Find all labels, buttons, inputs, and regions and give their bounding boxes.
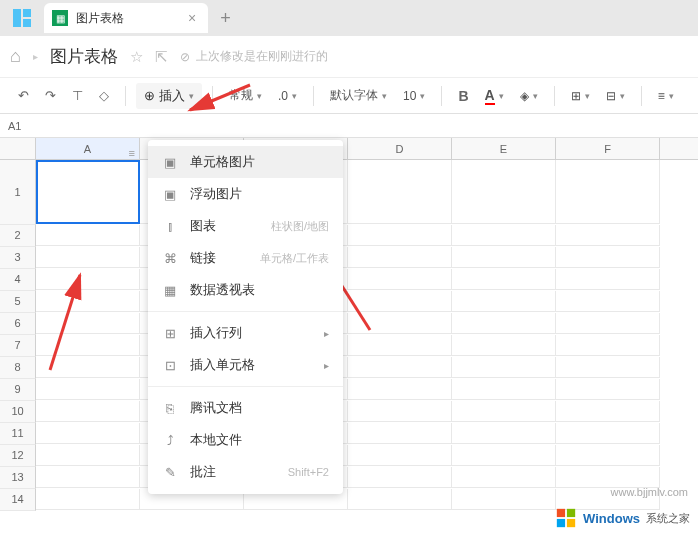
- merge-button[interactable]: ⊟ ▾: [600, 85, 631, 107]
- cell[interactable]: [36, 467, 140, 488]
- cell[interactable]: [348, 313, 452, 334]
- cell[interactable]: [556, 357, 660, 378]
- column-header[interactable]: F: [556, 138, 660, 159]
- cell[interactable]: [36, 401, 140, 422]
- style-dropdown[interactable]: 常规 ▾: [223, 83, 268, 108]
- row-header[interactable]: 5: [0, 291, 36, 313]
- clear-format-button[interactable]: ◇: [93, 84, 115, 107]
- text-color-button[interactable]: A ▾: [479, 83, 510, 109]
- row-header[interactable]: 10: [0, 401, 36, 423]
- close-tab-icon[interactable]: ×: [184, 10, 200, 26]
- row-header[interactable]: 9: [0, 379, 36, 401]
- row-header[interactable]: 13: [0, 467, 36, 489]
- cell[interactable]: [36, 291, 140, 312]
- font-size-dropdown[interactable]: 10 ▾: [397, 85, 431, 107]
- row-header[interactable]: 3: [0, 247, 36, 269]
- cell[interactable]: [452, 357, 556, 378]
- border-button[interactable]: ⊞ ▾: [565, 85, 596, 107]
- home-icon[interactable]: ⌂: [10, 46, 21, 67]
- menu-cell-image[interactable]: ▣ 单元格图片: [148, 146, 343, 178]
- row-header[interactable]: 12: [0, 445, 36, 467]
- menu-insert-cell[interactable]: ⊡ 插入单元格 ▸: [148, 349, 343, 381]
- cell[interactable]: [348, 357, 452, 378]
- menu-insert-row[interactable]: ⊞ 插入行列 ▸: [148, 317, 343, 349]
- menu-chart[interactable]: ⫿ 图表 柱状图/地图: [148, 210, 343, 242]
- cell[interactable]: [348, 423, 452, 444]
- menu-floating-image[interactable]: ▣ 浮动图片: [148, 178, 343, 210]
- folder-icon[interactable]: ⇱: [155, 48, 168, 66]
- document-tab[interactable]: ▦ 图片表格 ×: [44, 3, 208, 33]
- cell[interactable]: [452, 160, 556, 224]
- cell[interactable]: [348, 247, 452, 268]
- undo-button[interactable]: ↶: [12, 84, 35, 107]
- menu-link[interactable]: ⌘ 链接 单元格/工作表: [148, 242, 343, 274]
- insert-button[interactable]: ⊕ 插入 ▾: [136, 83, 202, 109]
- cell-a1[interactable]: [36, 160, 140, 224]
- cell[interactable]: [348, 160, 452, 224]
- cell[interactable]: [348, 379, 452, 400]
- cell[interactable]: [452, 225, 556, 246]
- cell[interactable]: [452, 291, 556, 312]
- cell[interactable]: [556, 225, 660, 246]
- cell[interactable]: [348, 401, 452, 422]
- font-dropdown[interactable]: 默认字体 ▾: [324, 83, 393, 108]
- cell[interactable]: [348, 467, 452, 488]
- new-tab-button[interactable]: +: [208, 8, 243, 29]
- cell[interactable]: [348, 335, 452, 356]
- cell[interactable]: [556, 313, 660, 334]
- cell[interactable]: [36, 247, 140, 268]
- cell[interactable]: [452, 335, 556, 356]
- row-header[interactable]: 7: [0, 335, 36, 357]
- cell[interactable]: [348, 225, 452, 246]
- name-box[interactable]: A1: [0, 114, 698, 138]
- column-header[interactable]: E: [452, 138, 556, 159]
- menu-comment[interactable]: ✎ 批注 Shift+F2: [148, 456, 343, 488]
- cell[interactable]: [556, 269, 660, 290]
- star-icon[interactable]: ☆: [130, 48, 143, 66]
- cell[interactable]: [452, 379, 556, 400]
- row-header[interactable]: 2: [0, 225, 36, 247]
- cell[interactable]: [556, 423, 660, 444]
- cell[interactable]: [556, 467, 660, 488]
- bold-button[interactable]: B: [452, 84, 474, 108]
- cell[interactable]: [556, 291, 660, 312]
- cell[interactable]: [348, 291, 452, 312]
- cell[interactable]: [452, 247, 556, 268]
- cell[interactable]: [36, 225, 140, 246]
- cell[interactable]: [452, 269, 556, 290]
- menu-local-file[interactable]: ⤴ 本地文件: [148, 424, 343, 456]
- cell[interactable]: [348, 445, 452, 466]
- cell[interactable]: [36, 313, 140, 334]
- menu-tencent-doc[interactable]: ⎘ 腾讯文档: [148, 392, 343, 424]
- align-button[interactable]: ≡ ▾: [652, 85, 680, 107]
- cell[interactable]: [348, 489, 452, 510]
- cell[interactable]: [36, 269, 140, 290]
- decimal-dropdown[interactable]: .0 ▾: [272, 85, 303, 107]
- cell[interactable]: [36, 423, 140, 444]
- cell[interactable]: [556, 335, 660, 356]
- redo-button[interactable]: ↷: [39, 84, 62, 107]
- cell[interactable]: [348, 269, 452, 290]
- cell[interactable]: [556, 445, 660, 466]
- row-header[interactable]: 1: [0, 160, 36, 225]
- format-painter-button[interactable]: ⊤: [66, 84, 89, 107]
- cell[interactable]: [556, 401, 660, 422]
- cell[interactable]: [452, 313, 556, 334]
- cell[interactable]: [36, 379, 140, 400]
- cell[interactable]: [556, 379, 660, 400]
- cell[interactable]: [36, 335, 140, 356]
- cell[interactable]: [36, 489, 140, 510]
- row-header[interactable]: 11: [0, 423, 36, 445]
- row-header[interactable]: 4: [0, 269, 36, 291]
- column-header[interactable]: A≡: [36, 138, 140, 159]
- cell[interactable]: [36, 357, 140, 378]
- column-menu-icon[interactable]: ≡: [129, 142, 135, 164]
- cell[interactable]: [452, 401, 556, 422]
- row-header[interactable]: 6: [0, 313, 36, 335]
- cell[interactable]: [556, 160, 660, 224]
- cell[interactable]: [452, 445, 556, 466]
- fill-color-button[interactable]: ◈ ▾: [514, 85, 544, 107]
- cell[interactable]: [452, 489, 556, 510]
- menu-pivot[interactable]: ▦ 数据透视表: [148, 274, 343, 306]
- row-header[interactable]: 14: [0, 489, 36, 511]
